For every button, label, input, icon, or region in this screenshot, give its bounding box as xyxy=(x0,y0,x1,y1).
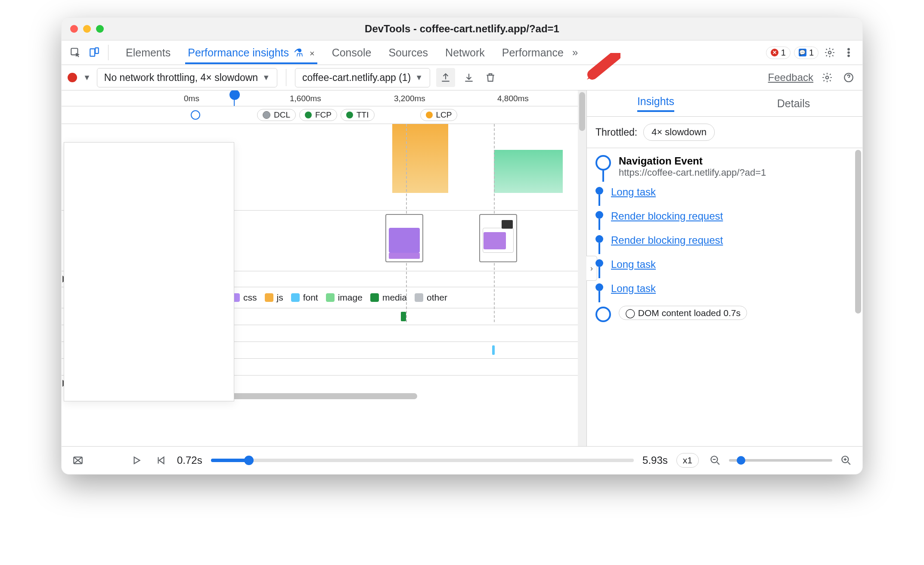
svg-rect-1 xyxy=(90,49,95,56)
metric-chip-lcp[interactable]: LCP xyxy=(420,109,458,121)
window-title: DevTools - coffee-cart.netlify.app/?ad=1 xyxy=(62,23,862,35)
zoom-slider[interactable] xyxy=(729,459,832,462)
legend-item-image[interactable]: image xyxy=(326,292,363,303)
legend-item-js[interactable]: js xyxy=(265,292,283,303)
swatch-icon xyxy=(305,112,312,118)
timeline-dot-icon xyxy=(595,235,603,243)
swatch-icon xyxy=(291,293,300,302)
filmstrip-frame[interactable] xyxy=(385,214,423,262)
slider-handle[interactable] xyxy=(244,456,254,465)
flame-block[interactable] xyxy=(392,124,448,193)
kebab-menu-icon[interactable] xyxy=(841,45,856,60)
swatch-icon xyxy=(426,112,433,118)
jump-to-start-button[interactable] xyxy=(153,453,168,468)
timeline-panel: 0ms 1,600ms 3,200ms 4,800ms DCL FCP TTI … xyxy=(62,90,586,446)
filmstrip-frame[interactable] xyxy=(479,214,517,262)
request-mark[interactable] xyxy=(492,345,495,355)
tab-sources[interactable]: Sources xyxy=(386,41,431,64)
inspect-element-icon[interactable] xyxy=(68,45,83,60)
slider-handle[interactable] xyxy=(737,456,745,465)
svg-rect-2 xyxy=(95,48,99,53)
end-time: 5.93s xyxy=(642,454,668,466)
page-select[interactable]: coffee-cart.netlify.app (1) ▼ xyxy=(295,68,430,87)
dcl-chip[interactable]: ◯ DOM content loaded 0.7s xyxy=(619,306,747,320)
delete-button[interactable] xyxy=(483,70,498,85)
titlebar: DevTools - coffee-cart.netlify.app/?ad=1 xyxy=(62,18,862,40)
legend-item-media[interactable]: media xyxy=(370,292,407,303)
request-mark[interactable] xyxy=(401,312,406,321)
experiment-icon: ⚗ xyxy=(294,47,303,59)
tab-performance-insights[interactable]: Performance insights ⚗ × xyxy=(185,41,317,64)
error-counter[interactable]: ✕1 xyxy=(766,47,791,59)
close-tab-icon[interactable]: × xyxy=(310,49,315,58)
export-button[interactable] xyxy=(436,68,455,87)
ruler-tick: 1,600ms xyxy=(290,94,321,103)
metrics-chip-row: DCL FCP TTI LCP xyxy=(62,106,586,124)
playhead-knob-icon[interactable] xyxy=(229,90,240,100)
time-ruler[interactable]: 0ms 1,600ms 3,200ms 4,800ms xyxy=(62,90,586,106)
insight-link[interactable]: Long task xyxy=(611,282,656,294)
zoom-in-button[interactable] xyxy=(838,453,854,468)
panel-settings-icon[interactable] xyxy=(819,70,835,85)
tab-console[interactable]: Console xyxy=(329,41,374,64)
tab-details[interactable]: Details xyxy=(725,90,862,116)
tab-performance[interactable]: Performance xyxy=(499,41,566,64)
svg-point-6 xyxy=(848,55,849,56)
legend-item-other[interactable]: other xyxy=(415,292,447,303)
tab-elements[interactable]: Elements xyxy=(123,41,173,64)
record-button[interactable] xyxy=(68,73,77,82)
page-select-value: coffee-cart.netlify.app (1) xyxy=(302,72,411,84)
help-icon[interactable] xyxy=(841,70,856,85)
zoom-window-button[interactable] xyxy=(96,25,104,33)
devtools-tabstrip: Elements Performance insights ⚗ × Consol… xyxy=(62,40,862,65)
legend-item-css[interactable]: css xyxy=(231,292,257,303)
insight-link[interactable]: Long task xyxy=(611,258,656,270)
metric-chip-tti[interactable]: TTI xyxy=(341,109,375,121)
speed-chip[interactable]: x1 xyxy=(676,453,699,468)
insight-link[interactable]: Render blocking request xyxy=(611,234,723,246)
record-menu-chevron-icon[interactable]: ▼ xyxy=(83,73,91,82)
overflow-tabs-button[interactable]: » xyxy=(570,47,580,59)
insight-link[interactable]: Long task xyxy=(611,186,656,198)
minimize-window-button[interactable] xyxy=(83,25,91,33)
import-button[interactable] xyxy=(461,70,477,85)
close-window-button[interactable] xyxy=(70,25,78,33)
swatch-icon xyxy=(326,293,335,302)
timeline-dot-icon xyxy=(595,259,603,267)
metric-chip-dcl[interactable]: DCL xyxy=(257,109,296,121)
ruler-tick: 4,800ms xyxy=(497,94,529,103)
chevron-down-icon: ▼ xyxy=(415,73,423,82)
scrollbar-thumb[interactable] xyxy=(855,150,861,314)
settings-icon[interactable] xyxy=(822,45,837,60)
metric-chip-fcp[interactable]: FCP xyxy=(299,109,337,121)
tab-insights[interactable]: Insights xyxy=(587,90,725,116)
tab-network[interactable]: Network xyxy=(443,41,487,64)
vertical-scrollbar[interactable] xyxy=(854,148,862,446)
divider xyxy=(108,45,109,60)
devtools-window: DevTools - coffee-cart.netlify.app/?ad=1… xyxy=(61,17,863,475)
device-toggle-icon[interactable] xyxy=(87,45,102,60)
play-button[interactable] xyxy=(129,453,144,468)
insight-link[interactable]: Render blocking request xyxy=(611,210,723,222)
vertical-scrollbar[interactable] xyxy=(578,90,586,446)
throttle-pill[interactable]: 4× slowdown xyxy=(643,124,715,141)
current-time: 0.72s xyxy=(177,454,202,466)
zoom-out-button[interactable] xyxy=(707,453,723,468)
divider xyxy=(286,69,286,86)
toggle-screenshots-icon[interactable] xyxy=(70,453,86,468)
timeline-node-icon xyxy=(595,155,611,171)
flame-block[interactable] xyxy=(494,150,563,193)
swatch-icon xyxy=(370,293,379,302)
playhead[interactable] xyxy=(234,90,235,106)
ruler-tick: 0ms xyxy=(184,94,199,103)
legend-item-font[interactable]: font xyxy=(291,292,318,303)
throttle-row: Throttled: 4× slowdown xyxy=(587,117,862,148)
issues-counter[interactable]: 💬1 xyxy=(794,47,819,59)
scrollbar-thumb[interactable] xyxy=(579,92,585,131)
seek-slider[interactable] xyxy=(211,459,634,462)
swatch-icon xyxy=(346,112,353,118)
feedback-link[interactable]: Feedback xyxy=(768,71,813,84)
throttle-select[interactable]: No network throttling, 4× slowdown ▼ xyxy=(97,68,277,87)
timeline-dot-icon xyxy=(595,187,603,195)
svg-point-5 xyxy=(848,52,849,53)
